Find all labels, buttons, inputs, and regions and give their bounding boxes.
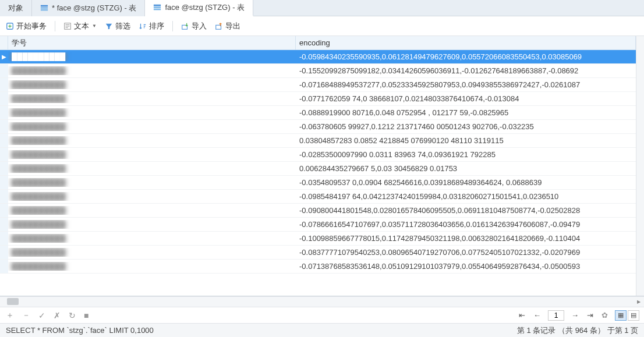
cell-encoding[interactable]: -0.07866616547107697,0.03571172803640365… <box>296 220 636 229</box>
cell-encoding[interactable]: -0.15520992875099182,0.03414260596036911… <box>296 66 636 75</box>
table-row[interactable]: ██████████-0.15520992875099182,0.0341426… <box>0 64 636 78</box>
divider <box>172 21 173 31</box>
column-header-id[interactable]: 学号 <box>8 36 296 49</box>
cell-id[interactable]: ██████████ <box>8 178 296 187</box>
import-button[interactable]: 导入 <box>181 21 207 31</box>
grid-body: ▶██████████-0.05984340235590935,0.061281… <box>0 50 636 296</box>
text-button[interactable]: 文本 ▼ <box>63 21 97 31</box>
prev-page-button[interactable]: ← <box>532 311 542 320</box>
cell-id[interactable]: ██████████ <box>8 220 296 229</box>
table-row[interactable]: ██████████-0.07168488949537277,0.0523334… <box>0 78 636 92</box>
tab-label: 对象 <box>8 3 23 13</box>
table-icon <box>153 3 161 12</box>
cell-encoding[interactable]: -0.07168488949537277,0.05233345925807953… <box>296 80 636 89</box>
table-row[interactable]: ██████████-0.0771762059 74,0 38668107,0.… <box>0 92 636 106</box>
cell-id[interactable]: ██████████ <box>8 164 296 173</box>
add-row-button[interactable]: ＋ <box>5 310 15 321</box>
cell-id[interactable]: ██████████ <box>8 262 296 271</box>
cell-id[interactable]: ██████████ <box>8 66 296 75</box>
cell-id[interactable]: ██████████ <box>8 94 296 103</box>
cell-id[interactable]: ██████████ <box>8 136 296 145</box>
cell-encoding[interactable]: -0.090800441801548,0.028016578406095505,… <box>296 206 636 215</box>
settings-button[interactable]: ✿ <box>600 311 609 320</box>
cell-encoding[interactable]: -0.02853500097990 0.0311 83963 74,0.0936… <box>296 150 636 159</box>
table-row[interactable]: ██████████-0.07138768583536148,0.0510912… <box>0 260 636 274</box>
next-page-button[interactable]: → <box>570 311 580 320</box>
stop-button[interactable]: ■ <box>83 311 90 320</box>
cell-id[interactable]: ██████████ <box>8 80 296 89</box>
cell-encoding[interactable]: 0.03804857283 0.0852 4218845 076990120 4… <box>296 136 636 145</box>
scrollbar-thumb[interactable] <box>7 298 19 305</box>
cell-encoding[interactable]: -0.05984340235590935,0.06128149479627609… <box>296 52 636 61</box>
cell-id[interactable]: ██████████ <box>8 248 296 257</box>
row-indicator <box>0 148 8 161</box>
cell-id[interactable]: ██████████ <box>8 206 296 215</box>
cell-encoding[interactable]: -0.0985484197 64,0.04212374240159984,0.0… <box>296 192 636 201</box>
cell-id[interactable]: ██████████ <box>8 234 296 243</box>
cell-id[interactable]: ██████████ <box>8 192 296 201</box>
table-row[interactable]: ██████████-0.02853500097990 0.0311 83963… <box>0 148 636 162</box>
table-row[interactable]: ██████████-0.0985484197 64,0.04212374240… <box>0 190 636 204</box>
sql-text: SELECT * FROM `stzg`.`face` LIMIT 0,1000 <box>6 326 517 335</box>
svg-rect-1 <box>41 7 48 9</box>
row-indicator <box>0 92 8 105</box>
refresh-button[interactable]: ↻ <box>68 311 77 320</box>
table-row[interactable]: ██████████-0.063780605 99927,0.1212 2137… <box>0 120 636 134</box>
table-row[interactable]: ██████████0.006284435279667 5,0.03 30456… <box>0 162 636 176</box>
table-row[interactable]: ██████████-0.08377771079540253,0.0809654… <box>0 246 636 260</box>
export-button[interactable]: 导出 <box>215 21 240 31</box>
sort-button[interactable]: 排序 <box>139 21 164 31</box>
cell-encoding[interactable]: -0.0888919900 80716,0.048 0752954 , 0121… <box>296 108 636 117</box>
row-indicator <box>0 190 8 203</box>
apply-button[interactable]: ✓ <box>37 311 47 320</box>
tab-face-edit[interactable]: * face @stzg (STZG) - 表 <box>32 0 145 16</box>
cell-id[interactable]: ██████████ <box>8 122 296 131</box>
last-page-button[interactable]: ⇥ <box>586 311 595 320</box>
first-page-button[interactable]: ⇤ <box>518 311 526 320</box>
cell-id[interactable]: ██████████ <box>8 52 296 61</box>
svg-rect-5 <box>154 9 161 10</box>
filter-button[interactable]: 筛选 <box>105 21 130 31</box>
cell-encoding[interactable]: -0.0354809537 0,0.0904 682546616,0.03918… <box>296 178 636 187</box>
cell-encoding[interactable]: 0.006284435279667 5,0.03 30456829 0.0175… <box>296 164 636 173</box>
table-row[interactable]: ██████████-0.090800441801548,0.028016578… <box>0 204 636 218</box>
text-icon <box>63 22 72 30</box>
table-row[interactable]: ██████████-0.07866616547107697,0.0357117… <box>0 218 636 232</box>
cell-encoding[interactable]: -0.08377771079540253,0.08096540719270706… <box>296 248 636 257</box>
table-row[interactable]: ██████████-0.0354809537 0,0.0904 6825466… <box>0 176 636 190</box>
tool-label: 排序 <box>149 21 164 31</box>
table-row[interactable]: ▶██████████-0.05984340235590935,0.061281… <box>0 50 636 64</box>
row-indicator <box>0 106 8 119</box>
grid-header: 学号 encoding <box>0 36 636 50</box>
cell-encoding[interactable]: -0.07138768583536148,0.05109129101037979… <box>296 262 636 271</box>
scroll-right-button[interactable]: ▶ <box>635 298 643 305</box>
grid-view-button[interactable]: ▦ <box>615 310 627 321</box>
cell-id[interactable]: ██████████ <box>8 108 296 117</box>
horizontal-scrollbar[interactable]: ▶ <box>0 296 644 307</box>
begin-transaction-button[interactable]: 开始事务 <box>6 21 47 31</box>
tool-label: 开始事务 <box>16 21 47 31</box>
cell-encoding[interactable]: -0.10098859667778015,0.11742879450321198… <box>296 234 636 243</box>
table-row[interactable]: ██████████0.03804857283 0.0852 4218845 0… <box>0 134 636 148</box>
import-icon <box>181 22 189 30</box>
form-view-button[interactable]: ▤ <box>628 310 639 321</box>
cell-encoding[interactable]: -0.063780605 99927,0.1212 213717460 0050… <box>296 122 636 131</box>
row-indicator <box>0 64 8 77</box>
cell-encoding[interactable]: -0.0771762059 74,0 38668107,0.0214803387… <box>296 94 636 103</box>
vertical-scrollbar[interactable] <box>636 36 644 296</box>
tab-objects[interactable]: 对象 <box>0 0 32 16</box>
table-row[interactable]: ██████████-0.10098859667778015,0.1174287… <box>0 232 636 246</box>
tool-label: 导入 <box>192 21 207 31</box>
row-indicator <box>0 232 8 245</box>
page-input[interactable] <box>548 310 564 321</box>
row-indicator <box>0 134 8 147</box>
tab-face-view[interactable]: face @stzg (STZG) - 表 <box>145 0 253 16</box>
cancel-button[interactable]: ✗ <box>52 311 62 320</box>
column-header-encoding[interactable]: encoding <box>296 36 636 49</box>
delete-row-button[interactable]: － <box>21 310 31 321</box>
cell-id[interactable]: ██████████ <box>8 150 296 159</box>
tool-label: 筛选 <box>115 21 130 31</box>
table-row[interactable]: ██████████-0.0888919900 80716,0.048 0752… <box>0 106 636 120</box>
status-bar: SELECT * FROM `stzg`.`face` LIMIT 0,1000… <box>0 323 644 337</box>
chevron-down-icon: ▼ <box>92 23 97 29</box>
